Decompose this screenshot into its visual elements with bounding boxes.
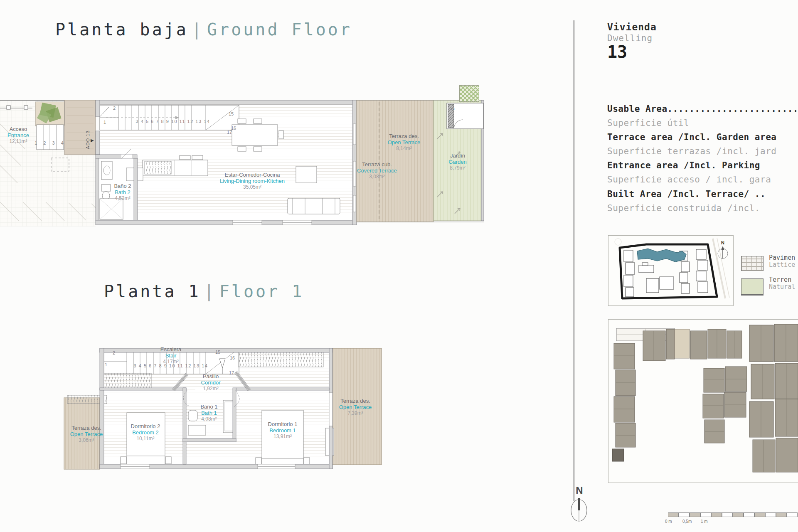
room-name-en: Bath 2 — [114, 190, 131, 196]
room-name-en: Corridor — [201, 380, 221, 386]
room-area: 3,08m² — [357, 174, 397, 180]
room-label-bath1: Baño 1 Bath 1 4,08m² — [200, 404, 217, 422]
compass-icon — [565, 497, 594, 526]
highlighted-building — [637, 249, 686, 262]
room-area: 4,53m² — [114, 196, 131, 202]
dwelling-title-es: Vivienda — [607, 22, 657, 32]
scale-label-05: 0,5m — [682, 519, 692, 524]
area-row-built-es: Superficie construida /incl. — [607, 203, 760, 213]
area-row-terrace-en: Terrace area /Incl. Garden area — [607, 132, 776, 142]
legend-lattice-line2: Lattice — [769, 261, 795, 268]
area-row-terrace-es: Superficie terrazas /incl. jard — [607, 146, 776, 156]
room-name-en: Open Terrace — [388, 140, 421, 146]
room-name-en: Bedroom 2 — [131, 430, 160, 436]
ground-floor-title: Planta baja|Ground Floor — [55, 20, 352, 39]
ground-floor-plan — [0, 99, 490, 229]
room-area: 35,05m² — [220, 185, 285, 190]
floorplan-sheet: Planta baja|Ground Floor Planta 1|Floor … — [0, 0, 798, 532]
room-area: 3,06m² — [70, 438, 103, 443]
room-label-bedroom2: Dormitorio 2 Bedroom 2 10,11m² — [131, 424, 160, 442]
room-name-es: Baño 2 — [114, 183, 131, 190]
room-name-es: Acceso — [7, 126, 29, 133]
floor1-plan — [58, 343, 387, 474]
legend-natural-line2: Natural — [769, 283, 795, 291]
room-area: 10,11m² — [131, 436, 160, 442]
room-name-en: Bedroom 1 — [268, 428, 298, 434]
stair-number-15: 15 — [229, 111, 234, 116]
room-label-living: Estar-Comedor-Cocina Living-Dining room-… — [220, 172, 285, 190]
entrance-steps-numbers: 1 2 3 4 — [34, 140, 66, 145]
room-name-en: Covered Terrace — [357, 168, 397, 174]
stair-numbers-row: 3 4 5 6 7 8 9 10 11 12 13 14 — [134, 363, 208, 368]
vertical-divider — [574, 20, 574, 501]
stair-number-17: 17 — [229, 370, 234, 375]
site-plan-large-drawing — [608, 319, 798, 482]
floor1-title: Planta 1|Floor 1 — [104, 282, 304, 301]
room-name-es: Terraza des. — [70, 425, 103, 431]
room-name-en: Open Terrace — [339, 404, 372, 411]
room-label-stair: Escalera Stair 4,17m² — [160, 347, 182, 365]
legend-swatch-lattice — [741, 256, 764, 271]
stair-number-2: 2 — [113, 350, 115, 355]
room-name-es: Dormitorio 1 — [268, 421, 298, 428]
dwelling-number: 13 — [607, 42, 627, 62]
room-name-en: Living-Dining room-Kitchen — [220, 178, 285, 185]
room-label-corridor: Pasillo Corridor 1,92m² — [201, 374, 221, 392]
legend-natural-line1: Terren — [769, 276, 791, 283]
room-area: 7,39m² — [339, 411, 372, 416]
room-label-terrace-left: Terraza des. Open Terrace 3,06m² — [70, 425, 103, 443]
scale-label-0: 0 m — [665, 519, 672, 524]
room-name-en: Open Terrace — [70, 431, 103, 438]
room-name-es: Dormitorio 2 — [131, 424, 160, 430]
room-name-es: Baño 1 — [200, 404, 217, 410]
room-label-garden: Jardín Garden 8,79m² — [448, 153, 466, 171]
stair-number-16: 16 — [230, 355, 235, 360]
ado-arrow-icon: ▶ — [91, 138, 94, 143]
title-separator: | — [201, 282, 219, 301]
area-row-built-en: Built Area /Incl. Terrace/ .. — [607, 189, 766, 199]
room-name-es: Escalera — [160, 347, 182, 353]
lattice-screen — [459, 85, 479, 102]
stair-number-1: 1 — [105, 362, 107, 367]
legend-swatch-natural — [741, 278, 764, 296]
room-name-es: Jardín — [448, 153, 466, 159]
ado-13-label: ADO 13 — [85, 130, 90, 149]
stair-number-15: 15 — [215, 350, 220, 355]
room-area: 13,91m² — [268, 434, 298, 440]
room-label-terrace-right: Terraza des. Open Terrace 7,39m² — [339, 398, 372, 416]
area-row-usable-es: Superficie útil — [607, 118, 689, 128]
floor1-title-en: Floor 1 — [219, 282, 304, 301]
room-label-entrance: Acceso Entrance 12,11m² — [7, 126, 29, 145]
stair-number-17: 17 — [227, 130, 232, 135]
ground-floor-title-en: Ground Floor — [207, 20, 352, 39]
scale-label-1: 1 m — [701, 519, 708, 524]
area-row-usable-en: Usable Area.............................… — [607, 104, 798, 114]
stair-numbers-row: 3 4 5 6 7 8 9 10 11 12 13 14 — [136, 119, 210, 124]
area-row-entrance-es: Superficie acceso / incl. gara — [607, 175, 771, 185]
room-area: 4,08m² — [200, 416, 217, 422]
highlighted-unit — [675, 329, 690, 358]
room-name-en: Garden — [448, 159, 466, 165]
legend-lattice-line1: Pavimen — [769, 254, 795, 261]
small-plan-north-letter: N — [721, 240, 724, 245]
room-label-open-terrace-gf: Terraza des. Open Terrace 8,14m² — [388, 133, 421, 152]
floor1-title-es: Planta 1 — [104, 282, 201, 301]
room-label-bath2: Baño 2 Bath 2 4,53m² — [114, 183, 131, 202]
stair-number-2: 2 — [113, 106, 116, 111]
stair-number-1: 1 — [103, 120, 106, 125]
dwelling-title-en: Dwelling — [607, 33, 653, 43]
room-name-en: Entrance — [7, 133, 29, 139]
area-row-entrance-en: Entrance area /Incl. Parking — [607, 160, 760, 170]
room-name-es: Pasillo — [201, 374, 221, 380]
ground-floor-title-es: Planta baja — [55, 20, 188, 39]
room-name-es: Terraza des. — [388, 133, 421, 140]
compass-north-letter: N — [571, 485, 588, 496]
room-area: 8,79m² — [448, 165, 466, 171]
room-name-es: Estar-Comedor-Cocina — [220, 172, 285, 178]
room-area: 1,92m² — [201, 386, 221, 392]
room-name-en: Bath 1 — [200, 410, 217, 416]
room-name-es: Terraza des. — [339, 398, 372, 404]
room-area: 8,14m² — [388, 146, 421, 152]
room-name-en: Stair — [160, 353, 182, 359]
site-plan-small-drawing: N — [608, 235, 733, 305]
